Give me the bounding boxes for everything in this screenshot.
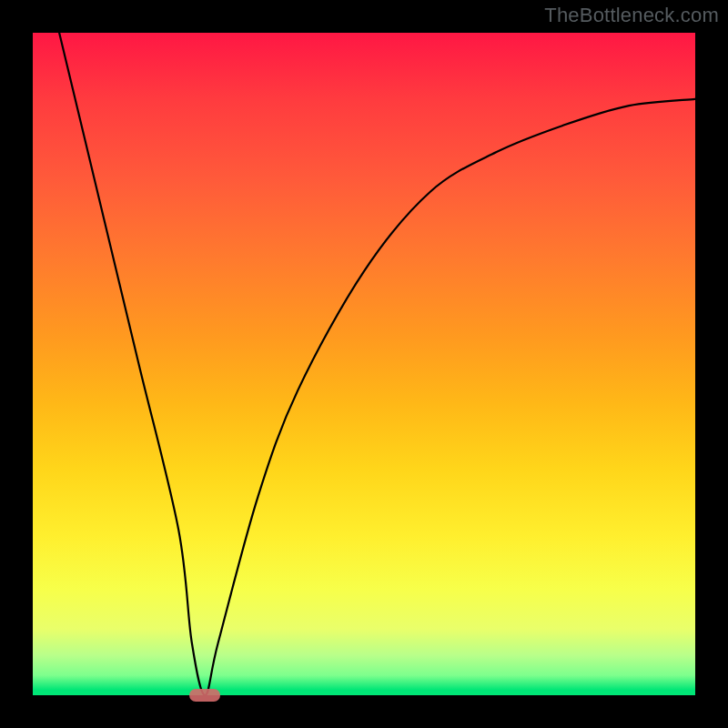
watermark-text: TheBottleneck.com	[544, 4, 719, 27]
chart-container: TheBottleneck.com	[0, 0, 728, 728]
bottleneck-curve-path	[59, 33, 695, 695]
plot-area	[33, 33, 695, 695]
optimal-point-marker	[189, 689, 220, 702]
bottleneck-curve	[33, 33, 695, 695]
